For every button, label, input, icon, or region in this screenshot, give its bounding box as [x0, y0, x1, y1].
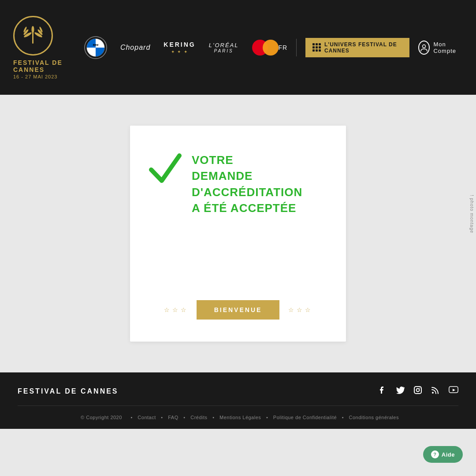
star-6: ☆ — [305, 306, 312, 313]
star-1: ☆ — [164, 306, 171, 313]
checkmark-icon — [148, 148, 183, 197]
mastercard-sponsor — [252, 40, 279, 56]
palm-logo-icon — [20, 22, 46, 49]
svg-marker-16 — [453, 389, 455, 391]
rss-icon[interactable] — [431, 386, 440, 397]
instagram-icon[interactable] — [413, 386, 422, 397]
universe-button-label: L'UNIVERS FESTIVAL DE CANNES — [324, 41, 402, 54]
svg-point-14 — [420, 388, 420, 389]
chopard-label: Chopard — [120, 44, 150, 52]
card-bottom-area: ☆ ☆ ☆ BIENVENUE ☆ ☆ ☆ — [148, 300, 328, 320]
star-2: ☆ — [172, 306, 179, 313]
star-3: ☆ — [181, 306, 188, 313]
svg-point-15 — [432, 392, 434, 394]
social-links — [378, 386, 458, 397]
aide-button[interactable]: ? Aide — [423, 446, 463, 463]
footer-links: © Copyright 2020 • Contact • FAQ • Crédi… — [18, 415, 458, 420]
header-divider — [296, 39, 297, 56]
svg-rect-0 — [32, 31, 33, 44]
aide-icon: ? — [431, 450, 439, 458]
footer-logo: FESTIVAL DE CANNES — [18, 387, 119, 395]
faq-link[interactable]: FAQ — [168, 415, 178, 420]
contact-link[interactable]: Contact — [138, 415, 156, 420]
svg-point-13 — [416, 389, 420, 392]
account-icon — [418, 41, 430, 55]
account-label: Mon Compte — [433, 41, 463, 54]
success-line-1: VOTRE — [192, 152, 328, 168]
language-button[interactable]: FR — [279, 44, 288, 51]
bienvenue-button[interactable]: BIENVENUE — [197, 300, 280, 320]
loreal-paris: PARIS — [209, 48, 239, 53]
svg-rect-12 — [414, 387, 421, 394]
universe-button[interactable]: L'UNIVERS FESTIVAL DE CANNES — [305, 38, 409, 57]
star-4: ☆ — [288, 306, 295, 313]
twitter-icon[interactable] — [396, 386, 405, 397]
conditions-generales-link[interactable]: Conditions générales — [349, 415, 399, 420]
bmw-sponsor: BMW — [84, 36, 107, 59]
chopard-sponsor: Chopard — [120, 44, 150, 52]
loreal-sponsor: L'ORÉAL PARIS — [209, 42, 239, 53]
credits-link[interactable]: Crédits — [190, 415, 207, 420]
mc-orange-circle — [263, 40, 279, 56]
header-right-nav: FR L'UNIVERS FESTIVAL DE CANNES Mon Comp… — [279, 38, 463, 57]
festival-dates: 16 - 27 MAI 2023 — [13, 74, 57, 79]
success-line-3: A ÉTÉ ACCEPTÉE — [192, 200, 328, 216]
kering-label: KERING — [164, 41, 195, 48]
aide-icon-symbol: ? — [433, 452, 436, 457]
svg-point-7 — [32, 26, 34, 33]
star-5: ☆ — [297, 306, 304, 313]
politique-confidentialite-link[interactable]: Politique de Confidentialité — [273, 415, 337, 420]
svg-point-11 — [423, 45, 426, 48]
loreal-label: L'ORÉAL — [209, 42, 239, 48]
success-line-2: DEMANDE D'ACCRÉDITATION — [192, 168, 328, 200]
aide-label: Aide — [442, 451, 455, 458]
mentions-legales-link[interactable]: Mentions Légales — [219, 415, 261, 420]
accreditation-card: VOTRE DEMANDE D'ACCRÉDITATION A ÉTÉ ACCE… — [130, 126, 346, 342]
svg-text:BMW: BMW — [93, 44, 99, 46]
kering-sponsor: KERING ✦ ✦ ✦ — [164, 41, 195, 54]
logo-block: FESTIVAL DE CANNES 16 - 27 MAI 2023 — [13, 16, 84, 79]
account-button[interactable]: Mon Compte — [418, 41, 463, 55]
photo-montage-label: ! photo montage — [468, 190, 476, 238]
festival-title: FESTIVAL DE CANNES — [13, 59, 84, 73]
facebook-icon[interactable] — [378, 386, 387, 397]
stars-right: ☆ ☆ ☆ — [288, 306, 312, 313]
main-content: VOTRE DEMANDE D'ACCRÉDITATION A ÉTÉ ACCE… — [0, 95, 476, 372]
success-message: VOTRE DEMANDE D'ACCRÉDITATION A ÉTÉ ACCE… — [192, 152, 328, 216]
copyright-text: © Copyright 2020 — [81, 415, 122, 420]
bmw-logo-icon: BMW — [84, 36, 107, 59]
success-area: VOTRE DEMANDE D'ACCRÉDITATION A ÉTÉ ACCE… — [148, 152, 328, 216]
card-top-area: VOTRE DEMANDE D'ACCRÉDITATION A ÉTÉ ACCE… — [148, 152, 328, 216]
youtube-icon[interactable] — [449, 386, 458, 397]
photo-montage-text: ! photo montage — [469, 195, 474, 233]
sponsors-bar: BMW Chopard KERING ✦ ✦ ✦ L'ORÉAL PARIS — [84, 36, 279, 59]
footer-top: FESTIVAL DE CANNES — [18, 386, 458, 406]
logo-circle — [13, 16, 53, 56]
grid-icon — [312, 43, 321, 52]
site-header: FESTIVAL DE CANNES 16 - 27 MAI 2023 BMW … — [0, 0, 476, 95]
footer-bottom: © Copyright 2020 • Contact • FAQ • Crédi… — [18, 406, 458, 420]
kering-tagline: ✦ ✦ ✦ — [164, 49, 195, 54]
stars-left: ☆ ☆ ☆ — [164, 306, 188, 313]
site-footer: FESTIVAL DE CANNES — [0, 372, 476, 429]
